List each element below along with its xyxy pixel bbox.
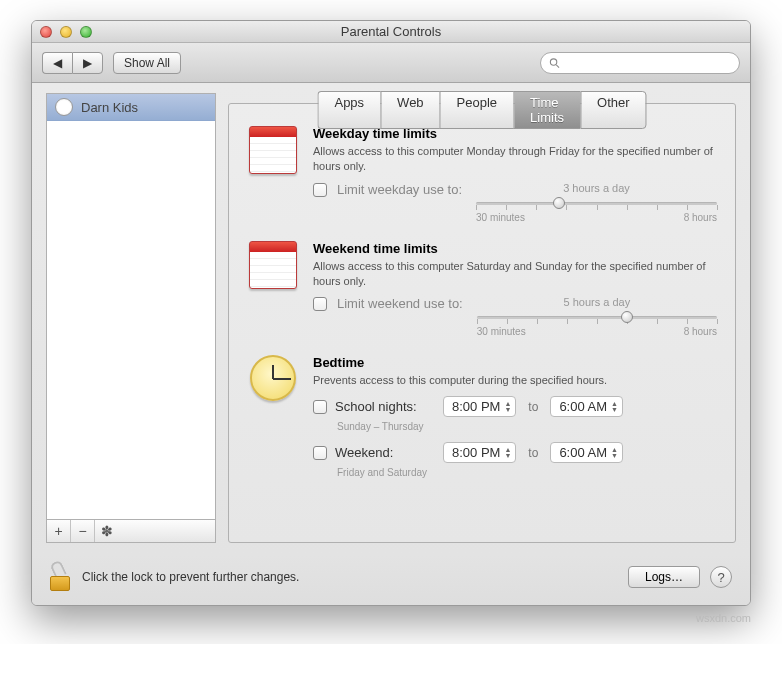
tab-bar: Apps Web People Time Limits Other xyxy=(317,91,646,129)
action-menu-button[interactable]: ✽ xyxy=(95,520,215,542)
weekday-desc: Allows access to this computer Monday th… xyxy=(313,144,717,174)
bedtime-desc: Prevents access to this computer during … xyxy=(313,373,717,388)
user-list[interactable]: Darn Kids xyxy=(46,93,216,519)
tab-apps[interactable]: Apps xyxy=(317,91,380,129)
stepper-icon[interactable]: ▲▼ xyxy=(504,447,511,459)
footer: Click the lock to prevent further change… xyxy=(32,555,750,605)
school-nights-to[interactable]: 6:00 AM ▲▼ xyxy=(550,396,623,417)
calendar-icon xyxy=(249,241,297,289)
tab-web[interactable]: Web xyxy=(380,91,440,129)
preferences-window: Parental Controls ◀ ▶ Show All Darn Kids… xyxy=(31,20,751,606)
weekend-checkbox-label: Limit weekend use to: xyxy=(337,296,463,311)
search-field[interactable] xyxy=(540,52,740,74)
search-input[interactable] xyxy=(564,55,731,71)
user-sidebar: Darn Kids + − ✽ xyxy=(46,93,216,543)
weekend-checkbox[interactable] xyxy=(313,297,327,311)
back-button[interactable]: ◀ xyxy=(42,52,72,74)
weekend-nights-label: Weekend: xyxy=(335,445,435,460)
tab-other[interactable]: Other xyxy=(580,91,647,129)
lock-icon[interactable] xyxy=(50,563,74,591)
stepper-icon[interactable]: ▲▼ xyxy=(611,447,618,459)
forward-button[interactable]: ▶ xyxy=(72,52,103,74)
show-all-button[interactable]: Show All xyxy=(113,52,181,74)
school-nights-row: School nights: 8:00 PM ▲▼ to 6:00 AM ▲▼ xyxy=(313,396,717,417)
help-button[interactable]: ? xyxy=(710,566,732,588)
svg-line-1 xyxy=(556,64,559,67)
search-icon xyxy=(549,57,560,69)
school-nights-checkbox[interactable] xyxy=(313,400,327,414)
watermark: wsxdn.com xyxy=(31,612,751,624)
tab-time-limits[interactable]: Time Limits xyxy=(513,91,580,129)
tab-people[interactable]: People xyxy=(440,91,513,129)
weekday-checkbox[interactable] xyxy=(313,183,327,197)
svg-point-0 xyxy=(550,58,556,64)
clock-icon xyxy=(250,355,296,401)
add-user-button[interactable]: + xyxy=(47,520,71,542)
lock-text: Click the lock to prevent further change… xyxy=(82,570,299,584)
school-nights-from[interactable]: 8:00 PM ▲▼ xyxy=(443,396,516,417)
stepper-icon[interactable]: ▲▼ xyxy=(504,401,511,413)
sidebar-item-user[interactable]: Darn Kids xyxy=(47,94,215,121)
bedtime-section: Bedtime Prevents access to this computer… xyxy=(247,355,717,488)
remove-user-button[interactable]: − xyxy=(71,520,95,542)
weekday-slider[interactable] xyxy=(476,196,717,210)
school-nights-label: School nights: xyxy=(335,399,435,414)
weekend-nights-row: Weekend: 8:00 PM ▲▼ to 6:00 AM ▲▼ xyxy=(313,442,717,463)
weekend-nights-to[interactable]: 6:00 AM ▲▼ xyxy=(550,442,623,463)
weekend-slider-value: 5 hours a day xyxy=(477,296,717,308)
minimize-icon[interactable] xyxy=(60,26,72,38)
weekday-section: Weekday time limits Allows access to thi… xyxy=(247,126,717,223)
weekend-section: Weekend time limits Allows access to thi… xyxy=(247,241,717,338)
soccer-ball-icon xyxy=(55,98,73,116)
school-nights-note: Sunday – Thursday xyxy=(337,421,717,432)
titlebar: Parental Controls xyxy=(32,21,750,43)
weekend-slider-min: 30 minutes xyxy=(477,326,526,337)
weekend-title: Weekend time limits xyxy=(313,241,717,256)
user-name: Darn Kids xyxy=(81,100,138,115)
stepper-icon[interactable]: ▲▼ xyxy=(611,401,618,413)
weekday-slider-max: 8 hours xyxy=(684,212,717,223)
bedtime-title: Bedtime xyxy=(313,355,717,370)
weekend-nights-from[interactable]: 8:00 PM ▲▼ xyxy=(443,442,516,463)
window-title: Parental Controls xyxy=(32,24,750,39)
weekend-desc: Allows access to this computer Saturday … xyxy=(313,259,717,289)
weekday-slider-min: 30 minutes xyxy=(476,212,525,223)
zoom-icon[interactable] xyxy=(80,26,92,38)
weekday-checkbox-label: Limit weekday use to: xyxy=(337,182,462,197)
weekend-nights-note: Friday and Saturday xyxy=(337,467,717,478)
weekday-slider-value: 3 hours a day xyxy=(476,182,717,194)
logs-button[interactable]: Logs… xyxy=(628,566,700,588)
weekend-slider-max: 8 hours xyxy=(684,326,717,337)
close-icon[interactable] xyxy=(40,26,52,38)
calendar-icon xyxy=(249,126,297,174)
toolbar: ◀ ▶ Show All xyxy=(32,43,750,83)
settings-panel: Weekday time limits Allows access to thi… xyxy=(228,103,736,543)
slider-knob[interactable] xyxy=(553,197,565,209)
weekend-slider[interactable] xyxy=(477,310,717,324)
weekend-nights-checkbox[interactable] xyxy=(313,446,327,460)
